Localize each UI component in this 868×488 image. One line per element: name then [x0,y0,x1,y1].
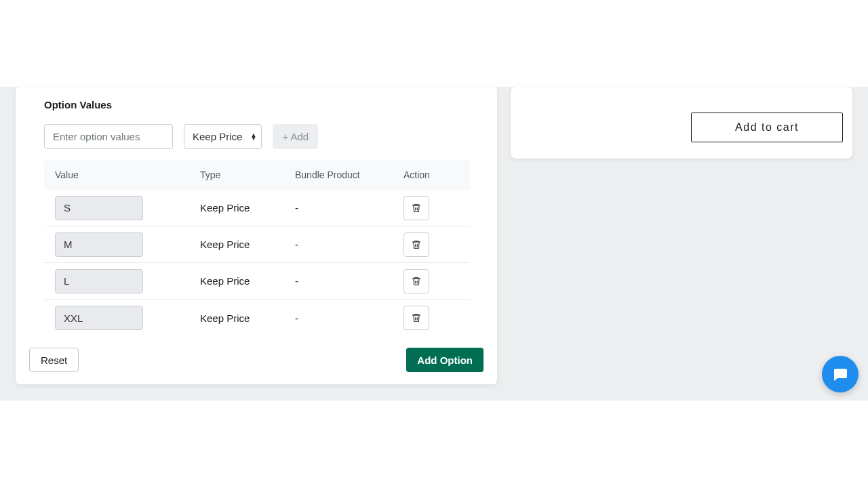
table-row: M Keep Price - [44,226,470,263]
cell-action [403,306,458,330]
trash-icon [411,312,422,323]
header-type: Type [200,169,295,180]
value-chip[interactable]: S [55,196,143,220]
cell-action [403,269,458,293]
add-option-button[interactable]: Add Option [406,348,484,372]
option-value-input[interactable] [44,124,173,149]
table-row: XXL Keep Price - [44,300,470,336]
price-type-select-button[interactable]: Keep Price [184,124,262,149]
trash-icon [411,239,422,250]
price-type-select[interactable]: Keep Price ▲▼ [184,124,262,149]
cell-bundle: - [295,275,403,287]
trash-icon [411,203,422,214]
add-value-button[interactable]: + Add [273,124,318,149]
option-values-card: Option Values Keep Price ▲▼ + Add Value … [16,87,497,384]
table-row: S Keep Price - [44,190,470,226]
value-chip[interactable]: L [55,269,143,293]
cell-bundle: - [295,312,403,324]
cell-value: M [44,232,200,257]
cell-type: Keep Price [200,239,295,250]
cell-type: Keep Price [200,312,295,324]
delete-row-button[interactable] [403,196,429,220]
cell-bundle: - [295,202,403,214]
table-header: Value Type Bundle Product Action [44,160,470,190]
header-value: Value [44,169,200,180]
cell-bundle: - [295,239,403,250]
cell-type: Keep Price [200,275,295,287]
table-row: L Keep Price - [44,263,470,300]
option-values-input-row: Keep Price ▲▼ + Add [16,110,497,149]
value-chip[interactable]: M [55,232,143,257]
chat-icon [832,366,848,382]
add-to-cart-button[interactable]: Add to cart [691,113,843,142]
price-type-select-label: Keep Price [193,131,242,142]
delete-row-button[interactable] [403,306,429,330]
reset-button[interactable]: Reset [29,348,79,372]
cart-preview-card: Add to cart [511,87,852,159]
card-footer: Reset Add Option [16,336,497,372]
header-bundle: Bundle Product [295,169,403,180]
option-values-table: Value Type Bundle Product Action S Keep … [44,160,470,336]
cell-value: S [44,196,200,220]
chat-widget-button[interactable] [822,356,859,392]
header-action: Action [403,169,458,180]
cell-type: Keep Price [200,202,295,214]
trash-icon [411,276,422,287]
delete-row-button[interactable] [403,269,429,293]
cell-value: XXL [44,306,200,330]
cell-value: L [44,269,200,293]
cell-action [403,196,458,220]
option-values-title: Option Values [16,87,497,110]
value-chip[interactable]: XXL [55,306,143,330]
cell-action [403,232,458,257]
delete-row-button[interactable] [403,232,429,257]
